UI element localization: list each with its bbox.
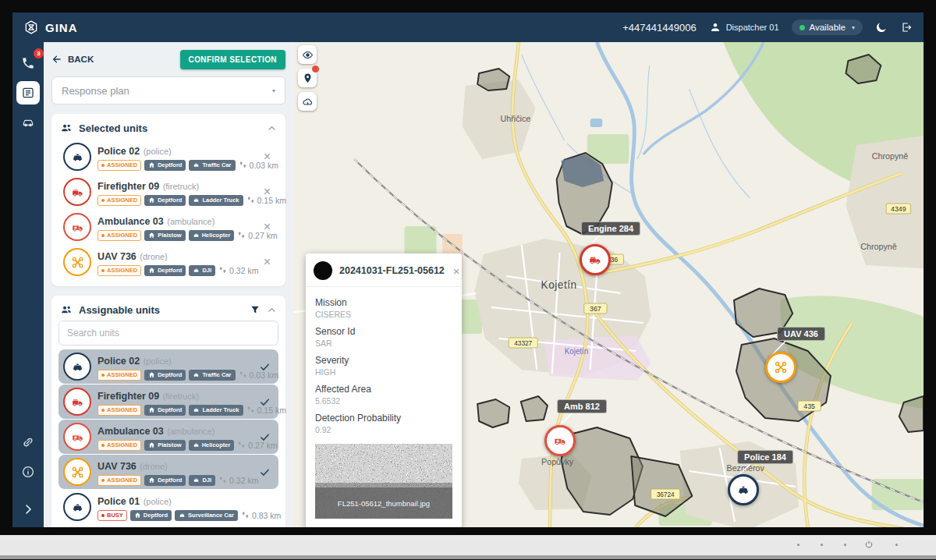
- police-map-marker[interactable]: [728, 474, 759, 505]
- unit-map-label: Police 184: [737, 450, 793, 464]
- location-chip: Plaistow: [144, 230, 185, 241]
- field-label: Mission: [315, 297, 452, 308]
- assignable-unit-row[interactable]: Firefighter 09 (firetruck) ASSIGNED Dept…: [58, 385, 278, 419]
- firetruck-unit-icon: [63, 178, 91, 206]
- check-icon: [259, 431, 271, 443]
- car-icon: [193, 267, 200, 274]
- eye-icon: [302, 49, 314, 61]
- vehicle-chip: Surveillance Car: [175, 510, 238, 521]
- remove-unit-button[interactable]: ×: [261, 220, 274, 234]
- ambulance-unit-icon: [63, 423, 91, 451]
- drone-icon: [774, 360, 788, 374]
- distance-icon: [237, 441, 246, 449]
- thumbnail-caption: FL251-05612_thumbnail.jpg: [315, 487, 452, 519]
- monitor-frame: GINA +447441449006 Dispatcher 01 Availab…: [0, 0, 936, 560]
- location-chip: Deptford: [144, 265, 186, 276]
- town-label: Uhřičice: [501, 114, 531, 123]
- chevron-up-icon[interactable]: [267, 123, 277, 133]
- chevron-up-icon[interactable]: [267, 305, 277, 315]
- check-icon: [259, 361, 271, 373]
- police-unit-icon: [63, 353, 91, 381]
- firetruck-map-marker[interactable]: [580, 244, 611, 275]
- police-unit-icon: [63, 143, 91, 171]
- assignable-unit-row[interactable]: Police 02 (police) ASSIGNED Deptford Tra…: [58, 349, 278, 384]
- distance-icon: [241, 511, 250, 519]
- back-button[interactable]: BACK: [51, 54, 94, 65]
- dark-mode-toggle-icon[interactable]: [875, 21, 888, 34]
- status-badge: ASSIGNED: [98, 475, 141, 486]
- drone-unit-icon: [63, 458, 91, 486]
- response-plan-select[interactable]: Response plan ▾: [51, 76, 285, 105]
- car-icon: [193, 232, 200, 239]
- selected-unit-row: Firefighter 09 (firetruck) ASSIGNED Dept…: [58, 175, 278, 209]
- remove-unit-button[interactable]: ×: [261, 255, 274, 269]
- user-menu[interactable]: Dispatcher 01: [709, 21, 779, 34]
- vehicle-chip: Traffic Car: [189, 370, 235, 381]
- field-value: 5.6532: [315, 396, 452, 406]
- road-ref: 43327: [514, 339, 532, 347]
- location-chip: Deptford: [144, 370, 186, 381]
- search-units-input[interactable]: [58, 321, 278, 346]
- units-group-icon: [60, 122, 73, 134]
- status-badge: ASSIGNED: [98, 440, 141, 451]
- home-icon: [148, 232, 155, 239]
- vehicle-icon: [21, 115, 35, 129]
- car-icon: [193, 197, 200, 204]
- expand-rail-button[interactable]: [16, 498, 40, 521]
- distance-label: 0.32 km: [218, 476, 258, 485]
- unit-name: Police 02: [98, 146, 140, 157]
- remove-unit-button[interactable]: ×: [261, 185, 274, 199]
- filter-icon[interactable]: [250, 304, 261, 315]
- popup-close-button[interactable]: ×: [452, 264, 462, 278]
- units-group-icon: [60, 303, 73, 316]
- confirm-selection-button[interactable]: CONFIRM SELECTION: [180, 50, 285, 69]
- topbar-actions: +447441449006 Dispatcher 01 Available ▾: [622, 19, 913, 35]
- chevron-down-icon: ▾: [272, 87, 275, 94]
- info-icon: [21, 465, 35, 479]
- chevron-right-icon: [21, 502, 35, 516]
- distance-icon: [239, 161, 247, 169]
- ambulance-map-marker[interactable]: [544, 425, 576, 456]
- integrations-nav-button[interactable]: [16, 431, 40, 454]
- bezel-dot: [895, 544, 898, 546]
- calls-badge: 3: [34, 48, 44, 58]
- app-window: GINA +447441449006 Dispatcher 01 Availab…: [12, 12, 924, 527]
- power-icon: [864, 540, 874, 549]
- layer-visibility-button[interactable]: [298, 45, 317, 64]
- home-icon: [148, 406, 155, 413]
- chevron-down-icon: ▾: [852, 24, 855, 31]
- weather-layer-button[interactable]: [298, 92, 317, 111]
- calls-nav-button[interactable]: 3: [16, 51, 40, 75]
- assignable-units-title: Assignable units: [79, 304, 243, 316]
- monitor-bezel: [0, 535, 936, 559]
- car-icon: [193, 161, 200, 168]
- top-bar: GINA +447441449006 Dispatcher 01 Availab…: [12, 12, 924, 42]
- assignable-units-card: Assignable units Police 02 (police) ASSI…: [51, 296, 285, 527]
- assignable-unit-row[interactable]: Police 01 (police) BUSY Deptford Surveil…: [58, 490, 278, 524]
- car-icon: [193, 441, 200, 448]
- logout-icon[interactable]: [900, 21, 913, 34]
- remove-unit-button[interactable]: ×: [261, 150, 274, 164]
- status-dot: [800, 25, 805, 30]
- fleet-nav-button[interactable]: [16, 111, 40, 134]
- vehicle-chip: Traffic Car: [189, 160, 235, 171]
- drone-map-marker[interactable]: [765, 352, 796, 383]
- detection-thumbnail[interactable]: FL251-05612_thumbnail.jpg: [315, 444, 452, 519]
- check-icon: [259, 466, 271, 478]
- distance-icon: [237, 231, 246, 239]
- info-nav-button[interactable]: [16, 460, 40, 484]
- availability-dropdown[interactable]: Available ▾: [792, 19, 863, 35]
- assignable-unit-row[interactable]: UAV 736 (drone) ASSIGNED Deptford DJI 0.…: [58, 455, 278, 489]
- town-label: Kojetín: [541, 278, 577, 291]
- location-chip: Deptford: [144, 195, 186, 206]
- assignable-unit-row[interactable]: Ambulance 03 (ambulance) ASSIGNED Plaist…: [58, 420, 278, 454]
- availability-label: Available: [810, 23, 846, 32]
- map-canvas[interactable]: 436 367 43327 36724 435 4349 K: [293, 42, 924, 527]
- home-icon: [148, 371, 155, 378]
- distance-icon: [218, 266, 227, 275]
- unit-map-label: Engine 284: [581, 222, 640, 236]
- field-value: HIGH: [315, 367, 452, 377]
- unit-type: (ambulance): [167, 217, 214, 226]
- assignable-unit-row[interactable]: Firefighter 02 (firetruck) BUSY Soho Lad…: [58, 525, 278, 527]
- missions-nav-button[interactable]: [16, 81, 40, 105]
